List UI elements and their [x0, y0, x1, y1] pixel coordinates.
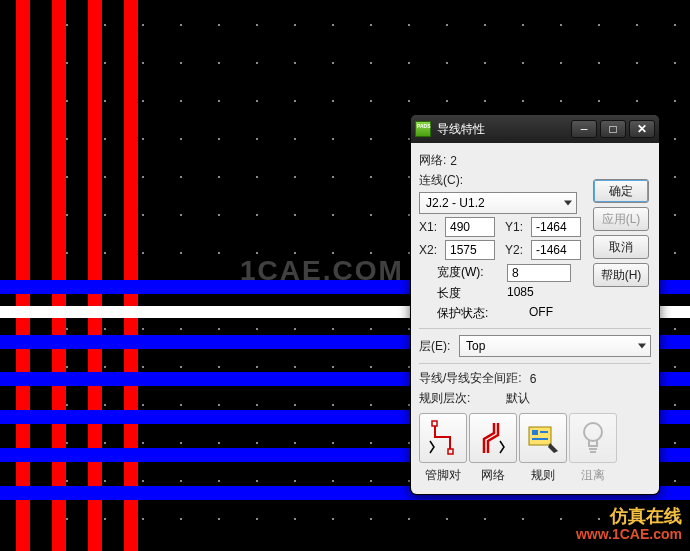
- divider: [419, 328, 651, 329]
- x2-label: X2:: [419, 243, 445, 257]
- guard-value: OFF: [529, 305, 553, 322]
- svg-rect-2: [529, 427, 551, 445]
- window-minimize-button[interactable]: –: [571, 120, 597, 138]
- trace-vertical: [16, 0, 30, 551]
- width-value: 8: [512, 266, 519, 280]
- safety-value: 6: [530, 372, 537, 386]
- net-caption: 网络: [469, 467, 517, 484]
- connection-combo[interactable]: J2.2 - U1.2: [419, 192, 577, 214]
- trace-properties-dialog: 导线特性 – □ ✕ 确定 应用(L) 取消 帮助(H) 网络: 2 连线(C)…: [410, 114, 660, 495]
- layer-label: 层(E):: [419, 338, 459, 355]
- width-field[interactable]: 8: [507, 264, 571, 282]
- pinpair-tool[interactable]: 管脚对: [419, 413, 467, 484]
- app-icon: [415, 121, 431, 137]
- rule-level-label: 规则层次:: [419, 390, 470, 407]
- y1-field[interactable]: -1464: [531, 217, 581, 237]
- svg-rect-1: [448, 449, 453, 454]
- net-icon: [469, 413, 517, 463]
- help-button[interactable]: 帮助(H): [593, 263, 649, 287]
- y1-label: Y1:: [505, 220, 531, 234]
- apply-button[interactable]: 应用(L): [593, 207, 649, 231]
- pinpair-caption: 管脚对: [419, 467, 467, 484]
- rule-caption: 规则: [519, 467, 567, 484]
- x1-field[interactable]: 490: [445, 217, 495, 237]
- y1-value: -1464: [536, 220, 567, 234]
- lightbulb-icon: [569, 413, 617, 463]
- guard-label: 保护状态:: [437, 305, 507, 322]
- length-label: 长度: [437, 285, 507, 302]
- pinpair-icon: [419, 413, 467, 463]
- cancel-button[interactable]: 取消: [593, 235, 649, 259]
- watermark-corner: 仿真在线 www.1CAE.com: [576, 507, 682, 543]
- trace-vertical: [124, 0, 138, 551]
- svg-marker-6: [548, 443, 558, 453]
- window-close-button[interactable]: ✕: [629, 120, 655, 138]
- connection-label: 连线(C):: [419, 172, 463, 189]
- svg-rect-0: [432, 421, 437, 426]
- chevron-down-icon: [564, 201, 572, 206]
- watermark-corner-line1: 仿真在线: [576, 507, 682, 525]
- y2-value: -1464: [536, 243, 567, 257]
- hint-tool: 沮离: [569, 413, 617, 484]
- x2-value: 1575: [450, 243, 477, 257]
- width-label: 宽度(W):: [437, 264, 507, 282]
- divider: [419, 363, 651, 364]
- layer-value: Top: [466, 339, 485, 353]
- net-tool[interactable]: 网络: [469, 413, 517, 484]
- dialog-title: 导线特性: [437, 121, 568, 138]
- layer-combo[interactable]: Top: [459, 335, 651, 357]
- length-value: 1085: [507, 285, 534, 302]
- x1-value: 490: [450, 220, 470, 234]
- rule-tool[interactable]: 规则: [519, 413, 567, 484]
- trace-vertical: [88, 0, 102, 551]
- pcb-canvas[interactable]: 1CAE.COM 仿真在线 www.1CAE.com 导线特性 – □ ✕ 确定…: [0, 0, 690, 551]
- titlebar[interactable]: 导线特性 – □ ✕: [411, 115, 659, 143]
- rule-icon: [519, 413, 567, 463]
- y2-field[interactable]: -1464: [531, 240, 581, 260]
- rule-level-value: 默认: [506, 390, 530, 407]
- trace-vertical: [52, 0, 66, 551]
- net-value: 2: [450, 154, 457, 168]
- safety-label: 导线/导线安全间距:: [419, 370, 522, 387]
- window-maximize-button[interactable]: □: [600, 120, 626, 138]
- x1-label: X1:: [419, 220, 445, 234]
- svg-point-7: [584, 423, 602, 441]
- net-label: 网络:: [419, 152, 446, 169]
- x2-field[interactable]: 1575: [445, 240, 495, 260]
- watermark-corner-line2: www.1CAE.com: [576, 525, 682, 543]
- svg-rect-3: [532, 430, 538, 435]
- ok-button[interactable]: 确定: [593, 179, 649, 203]
- watermark-center: 1CAE.COM: [240, 255, 404, 287]
- hint-caption: 沮离: [569, 467, 617, 484]
- chevron-down-icon: [638, 344, 646, 349]
- connection-value: J2.2 - U1.2: [426, 196, 485, 210]
- y2-label: Y2:: [505, 243, 531, 257]
